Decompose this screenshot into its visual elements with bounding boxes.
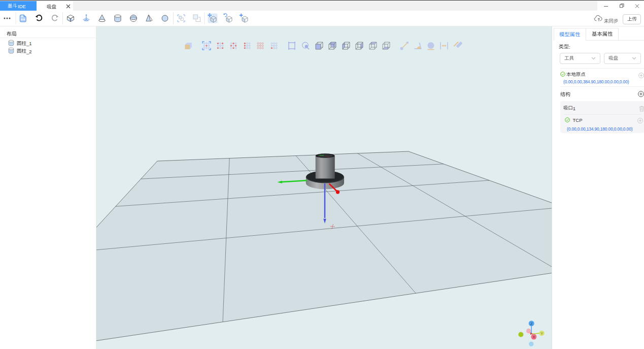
svg-text:Y: Y — [540, 331, 544, 336]
svg-text:X: X — [532, 335, 535, 339]
svg-text:Z: Z — [530, 322, 533, 326]
